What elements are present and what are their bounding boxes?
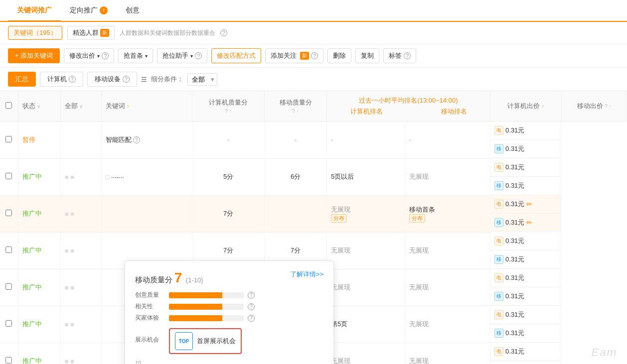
th-keyword[interactable]: 关键词 ↑ [101, 91, 192, 121]
row-keyword: 智能匹配 ? [101, 121, 192, 159]
chevron-down-icon2: ▾ [145, 53, 148, 59]
summary-view-button[interactable]: 汇总 [8, 72, 36, 87]
row-computer-score: 5分 [192, 158, 265, 195]
row-computer-bid: 电0.31元 ✏ [490, 195, 561, 214]
info-icon-experience: ? [248, 315, 255, 322]
edit-bid-icon[interactable]: ✏ [526, 200, 532, 208]
row-checkbox[interactable] [5, 210, 12, 216]
th-rank-group: 过去一小时平均排名(13:00~14:00) 计算机排名 移动排名 [326, 91, 490, 121]
select-all-checkbox[interactable] [5, 102, 12, 109]
tab-keyword-promo[interactable]: 关键词推广 [8, 0, 61, 22]
row-keyword: □ ···-··· [101, 158, 192, 195]
row-computer-rank: 5页以后 [326, 158, 405, 195]
th-mobile-score: 移动质量分? ↑ [265, 91, 327, 121]
label-button[interactable]: 标签 ? [383, 48, 416, 63]
filter-select[interactable]: 全部 [187, 73, 217, 86]
grab-helper-button[interactable]: 抢位助手 ▾ ? [157, 48, 207, 63]
row-checkbox[interactable] [5, 246, 12, 253]
modify-bid-button[interactable]: 修改出价 ▾ ? [64, 48, 114, 63]
chevron-down-icon: ▾ [97, 53, 100, 59]
sub-bar: 关键词（195） 精选人群 新 人群数据和关键词数据部分数据重合 ? [0, 22, 627, 44]
learn-more-link[interactable]: 了解详情>> [290, 270, 323, 279]
top-tabs-bar: 关键词推广 定向推广 i 创意 [0, 0, 627, 22]
row-computer-score: 7分 [192, 195, 265, 232]
row-mobile-bid: 移0.31元 [490, 177, 561, 195]
add-follow-button[interactable]: 添加关注 新 ? [265, 48, 323, 63]
edit-mobile-bid-icon[interactable]: ✏ [526, 219, 532, 227]
metric-label-relevance: 相关性 [135, 302, 165, 311]
th-computer-rank: 计算机排名 [350, 107, 383, 116]
watermark: Eam [592, 346, 617, 359]
new-badge: 新 [100, 29, 109, 37]
keyword-tab[interactable]: 关键词（195） [8, 26, 62, 40]
grab-first-button[interactable]: 抢首条 ▾ [118, 48, 153, 63]
th-all[interactable]: 全部 ∨ [60, 91, 101, 121]
computer-price-tag: 电 [494, 126, 503, 135]
row-checkbox[interactable] [5, 136, 12, 142]
row-checkbox[interactable] [5, 173, 12, 179]
computer-view-button[interactable]: 计算机 ? [40, 72, 83, 87]
row-mobile-score: 6分 [265, 158, 327, 195]
row-status: 暂停 [18, 121, 60, 159]
row-mobile-rank: - [405, 121, 490, 159]
chart-area: 10 2018-07-24 [135, 360, 323, 364]
row-status: 推广中 [18, 158, 60, 195]
chevron-down-icon3: ▾ [190, 53, 193, 59]
opportunity-box: TOP 首屏展示机会 [169, 328, 242, 354]
score-range: (1-10) [186, 276, 203, 284]
creativity-bar [169, 292, 244, 298]
th-checkbox[interactable] [0, 91, 18, 121]
info-circle-icon: i [100, 6, 108, 14]
quality-score-tooltip: 移动质量分 7 (1-10) 了解详情>> 创意质量 ? 相关性 ? [125, 260, 334, 364]
audience-tab[interactable]: 精选人群 新 [67, 26, 115, 40]
copy-button[interactable]: 复制 [355, 48, 379, 63]
add-keyword-button[interactable]: + 添加关键词 [8, 48, 60, 63]
table-row: 推广中 ■ ■ □ ···-··· 5分 6分 5页以后 无展现 电0.31元 … [0, 158, 627, 195]
row-checkbox[interactable] [5, 357, 12, 364]
experience-bar [169, 315, 244, 321]
row-checkbox[interactable] [5, 320, 12, 327]
mobile-view-button[interactable]: 移动设备 ? [87, 72, 137, 87]
info-icon-creativity: ? [248, 292, 255, 299]
top-icon: TOP [175, 332, 193, 350]
mobile-price-tag: 移 [494, 144, 503, 153]
th-computer-bid[interactable]: 计算机出价 ↑ [490, 91, 562, 121]
row-computer-rank: - [326, 121, 405, 159]
tab-creative[interactable]: 创意 [117, 0, 149, 22]
delete-button[interactable]: 删除 [327, 48, 351, 63]
tooltip-title: 移动质量分 [135, 275, 172, 284]
filter-icon: ☰ [141, 76, 147, 83]
filter-select-wrap[interactable]: 全部 [187, 73, 217, 86]
th-mobile-rank: 移动排名 [441, 107, 467, 116]
toolbar: + 添加关键词 修改出价 ▾ ? 抢首条 ▾ 抢位助手 ▾ ? 修改匹配方式 添… [0, 44, 627, 68]
row-checkbox[interactable] [5, 283, 12, 290]
row-computer-bid: 电0.31元 [490, 158, 561, 177]
row-computer-score: - [192, 121, 265, 159]
info-icon-grab: ? [195, 52, 202, 59]
table-container: 状态 ∨ 全部 ∨ 关键词 ↑ 计算机质量分? ↑ 移动质量分? ↑ 过去一小时… [0, 91, 627, 364]
row-computer-bid: 电 0.31元 [490, 121, 561, 140]
modify-match-button[interactable]: 修改匹配方式 [211, 48, 261, 63]
row-mobile-score [265, 195, 327, 232]
row-mobile-bid: 移 0.31元 [490, 140, 561, 158]
kw-info-icon[interactable]: ? [133, 136, 140, 143]
tab-targeted-promo[interactable]: 定向推广 i [61, 0, 117, 22]
info-icon-relevance: ? [248, 303, 255, 310]
row-computer-rank: 无展现 分布 [326, 195, 405, 232]
metric-label-opportunity: 展示机会 [135, 336, 165, 344]
row-keyword [101, 195, 192, 232]
score-value: 7 [174, 270, 182, 285]
th-status[interactable]: 状态 ∨ [18, 91, 60, 121]
table-row: 推广中 ■ ■ 7分 无展现 分布 移动首条 分布 电0.31元 ✏ [0, 195, 627, 232]
row-all: ■ ■ [60, 158, 101, 195]
metric-label-experience: 买家体验 [135, 314, 165, 322]
view-bar: 汇总 计算机 ? 移动设备 ? ☰ 细分条件： 全部 [0, 68, 627, 91]
info-icon-follow: ? [311, 52, 318, 59]
info-icon-label: ? [404, 52, 411, 59]
opportunity-text: 首屏展示机会 [197, 337, 236, 346]
th-mobile-bid[interactable]: 移动出价 ? ↑ [561, 91, 627, 121]
overlap-note: 人群数据和关键词数据部分数据重合 [120, 29, 215, 37]
row-mobile-rank: 无展现 [405, 158, 490, 195]
new-badge-follow: 新 [300, 52, 309, 60]
row-all: ■ ■ [60, 195, 101, 232]
